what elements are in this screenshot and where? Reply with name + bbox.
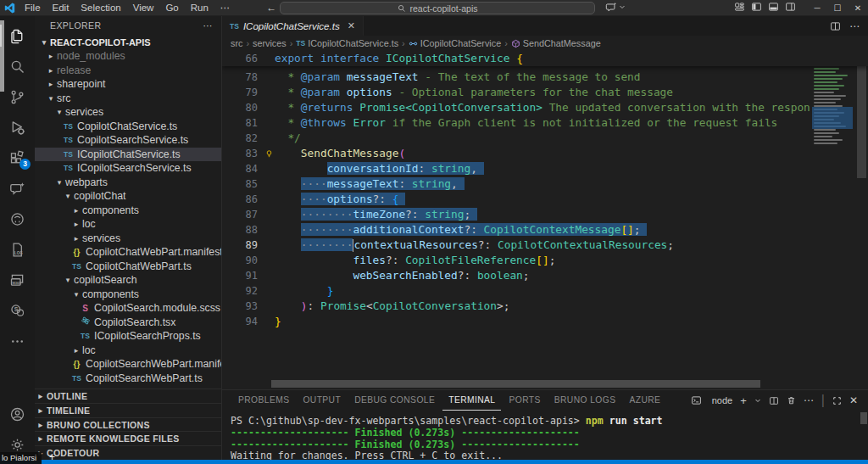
code-line-91[interactable]: 91 webSearchEnabled?: boolean; — [222, 268, 868, 283]
tree-item[interactable]: SCopilotSearch.module.scss — [35, 301, 221, 316]
terminal-output[interactable]: PS C:\github\sp-dev-fx-webparts\samples\… — [222, 411, 868, 462]
panel-tab-debug-console[interactable]: DEBUG CONSOLE — [348, 390, 441, 411]
sticky-scroll-line[interactable]: 66export interface ICopilotChatService { — [222, 51, 868, 66]
activity-more[interactable] — [0, 326, 35, 356]
code-line-81[interactable]: 81 * @throws Error if the Graph client i… — [222, 115, 868, 131]
code-line-86[interactable]: 86 ····options?: { — [222, 192, 868, 207]
tree-item[interactable]: TSCopilotSearchWebPart.ts — [35, 372, 221, 386]
activity-source-control[interactable] — [0, 81, 35, 112]
code-line-82[interactable]: 82 */ — [222, 131, 868, 146]
code-line-83[interactable]: 83 SendChatMessage( — [222, 146, 868, 161]
tab-icopilotchatservice[interactable]: TS ICopilotChatService.ts ✕ — [222, 16, 364, 36]
sidebar-section-codetour[interactable]: ▸CODETOUR — [35, 445, 221, 460]
activity-extensions[interactable]: 3 — [0, 143, 35, 173]
activity-m365[interactable]: M365 — [0, 265, 35, 295]
activity-search[interactable] — [0, 51, 35, 81]
vertical-scrollbar[interactable] — [857, 51, 866, 178]
panel-tab-ports[interactable]: PORTS — [503, 390, 546, 411]
tree-item[interactable]: ▾components — [35, 288, 221, 302]
activity-account[interactable] — [0, 399, 35, 429]
activity-log-viewer[interactable]: LOG — [0, 234, 35, 265]
command-center-search[interactable]: react-copilot-apis — [280, 2, 595, 14]
tree-item[interactable]: CopilotSearch.tsx — [35, 316, 221, 330]
code-line-94[interactable]: 94} — [222, 314, 868, 329]
activity-explorer[interactable] — [0, 20, 35, 51]
tree-item[interactable]: ▾services — [35, 105, 221, 120]
minimize-button[interactable]: ─ — [807, 0, 827, 16]
copilot-menu-button[interactable] — [605, 1, 626, 13]
code-line-92[interactable]: 92 } — [222, 283, 868, 299]
minimap[interactable] — [812, 51, 853, 221]
panel-tab-problems[interactable]: PROBLEMS — [232, 390, 295, 411]
activity-run-debug[interactable] — [0, 112, 35, 143]
code-line-89[interactable]: 89 ········contextualResources?: Copilot… — [222, 238, 868, 253]
menu-go[interactable]: Go — [159, 0, 184, 16]
toggle-panel-icon[interactable] — [768, 2, 779, 12]
sidebar-section-timeline[interactable]: ▸TIMELINE — [35, 403, 221, 417]
code-line-85[interactable]: 85 ····messageText: string, — [222, 176, 868, 192]
sidebar-section-outline[interactable]: ▸OUTLINE — [35, 389, 221, 403]
panel-more-actions-icon[interactable]: ⋯ — [804, 394, 814, 406]
kill-terminal-trash-icon[interactable] — [787, 395, 796, 405]
editor-more-actions-icon[interactable]: ⋯ — [849, 20, 860, 32]
sidebar-section-bruno-collections[interactable]: ▸BRUNO COLLECTIONS — [35, 417, 221, 432]
close-button[interactable]: ✕ — [848, 0, 868, 16]
menu-view[interactable]: View — [127, 0, 160, 16]
tree-root[interactable]: ▾ REACT-COPILOT-APIS — [35, 35, 221, 49]
code-line-84[interactable]: 84 conversationId: string, — [222, 161, 868, 176]
tree-item[interactable]: ▾webparts — [35, 176, 221, 190]
explorer-more-actions-icon[interactable]: ⋯ — [203, 20, 214, 31]
maximize-button[interactable]: ☐ — [827, 0, 848, 16]
tree-item[interactable]: {}CopilotSearchWebPart.manifest.json — [35, 357, 221, 372]
tree-item[interactable]: ▸services — [35, 232, 221, 246]
code-editor[interactable]: 66export interface ICopilotChatService {… — [222, 51, 868, 389]
code-line-80[interactable]: 80 * @returns Promise<CopilotConversatio… — [222, 100, 868, 115]
toggle-primary-sidebar-icon[interactable] — [751, 2, 762, 12]
maximize-panel-icon[interactable] — [832, 396, 842, 405]
menu-[interactable]: ⋯ — [214, 0, 236, 16]
breadcrumb-item[interactable]: ICopilotChatService — [409, 38, 501, 48]
breadcrumb-item[interactable]: SendChatMessage — [511, 38, 601, 48]
tree-item[interactable]: ▸loc — [35, 344, 221, 358]
panel-tab-azure[interactable]: AZURE — [623, 390, 666, 411]
tree-item[interactable]: TSCopilotChatService.ts — [35, 120, 221, 134]
tree-item[interactable]: ▾copilotSearch — [35, 273, 221, 288]
tree-item[interactable]: ▸loc — [35, 217, 221, 232]
toggle-secondary-sidebar-icon[interactable] — [785, 2, 796, 12]
panel-tab-terminal[interactable]: TERMINAL — [442, 390, 501, 411]
breadcrumb-item[interactable]: src — [231, 38, 242, 48]
terminal-scrollbar[interactable] — [860, 412, 867, 424]
code-line-93[interactable]: 93 ): Promise<CopilotConversation>; — [222, 299, 868, 314]
tree-item[interactable]: TSCopilotSearchService.ts — [35, 133, 221, 148]
terminal-dropdown-icon[interactable] — [754, 397, 761, 404]
tree-item[interactable]: ▾src — [35, 92, 221, 106]
split-editor-icon[interactable] — [830, 21, 841, 31]
sidebar-section-remote-knowledge-files[interactable]: ▸REMOTE KNOWLEDGE FILES — [35, 431, 221, 445]
close-panel-icon[interactable]: ✕ — [849, 394, 858, 406]
menu-edit[interactable]: Edit — [47, 0, 75, 16]
tree-item[interactable]: {}CopilotChatWebPart.manifest.json — [35, 245, 221, 260]
history-back-icon[interactable]: ← — [266, 2, 276, 14]
activity-sharepoint[interactable]: S — [0, 295, 35, 326]
tab-close-icon[interactable]: ✕ — [348, 20, 355, 31]
activity-chat[interactable] — [0, 173, 35, 204]
tree-item[interactable]: TSICopilotChatService.ts — [35, 148, 221, 162]
menu-file[interactable]: File — [19, 0, 47, 16]
code-line-78[interactable]: 78 * @param messageText - The text of th… — [222, 70, 868, 85]
tree-item[interactable]: TSICopilotSearchProps.ts — [35, 329, 221, 344]
new-terminal-icon[interactable]: + — [740, 394, 747, 407]
panel-tab-bruno-logs[interactable]: BRUNO LOGS — [548, 390, 622, 411]
breadcrumb-item[interactable]: TSICopilotChatService.ts — [296, 38, 398, 48]
code-line-88[interactable]: 88 ········additionalContext?: CopilotCo… — [222, 222, 868, 238]
menu-selection[interactable]: Selection — [75, 0, 126, 16]
horizontal-scrollbar[interactable] — [271, 380, 760, 388]
tree-item[interactable]: ▸node_modules — [35, 49, 221, 64]
panel-tab-output[interactable]: OUTPUT — [297, 390, 347, 411]
split-terminal-icon[interactable] — [769, 396, 779, 405]
customize-layout-icon[interactable] — [734, 2, 745, 12]
tree-item[interactable]: ▸sharepoint — [35, 77, 221, 92]
tree-item[interactable]: ▸components — [35, 204, 221, 218]
breadcrumb-item[interactable]: services — [253, 38, 287, 48]
menu-run[interactable]: Run — [185, 0, 214, 16]
code-line-79[interactable]: 79 * @param options - Optional parameter… — [222, 85, 868, 100]
